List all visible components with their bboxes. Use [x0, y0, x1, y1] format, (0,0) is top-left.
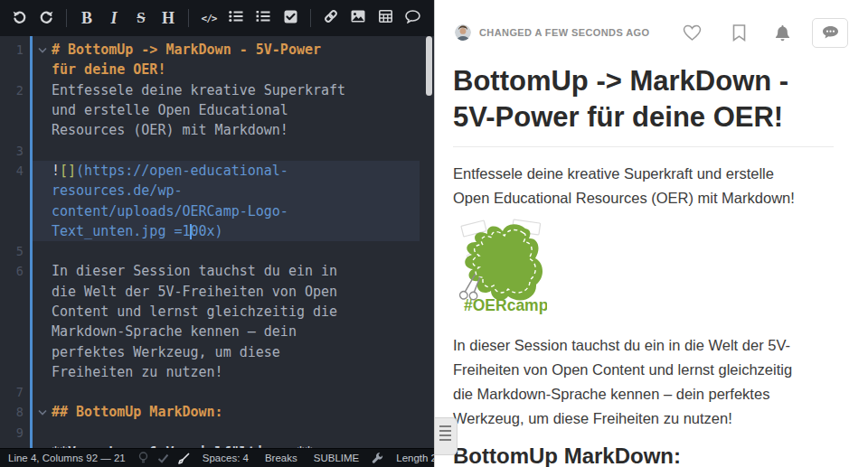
line-content: # BottomUp -> MarkDown - 5V-Power	[30, 40, 420, 60]
check-icon[interactable]	[153, 449, 174, 467]
table-icon	[379, 10, 392, 26]
split-drag-handle[interactable]	[435, 417, 458, 455]
open-comments-button[interactable]	[812, 18, 848, 48]
unordered-list-button[interactable]	[224, 6, 248, 30]
toolbar-divider	[310, 9, 311, 27]
image-button[interactable]	[346, 6, 370, 30]
code-text: für deine OER!	[52, 61, 165, 78]
unordered-list-icon	[229, 10, 243, 26]
status-spaces-4[interactable]: Spaces: 4	[194, 449, 257, 467]
status-line-4-columns-92-21[interactable]: Line 4, Columns 92 — 21	[0, 449, 134, 467]
status-sublime[interactable]: SUBLIME	[306, 449, 368, 467]
ordered-list-button[interactable]	[251, 6, 275, 30]
line-number: 1	[0, 42, 30, 57]
code-editor[interactable]: 1# BottomUp -> MarkDown - 5V-Powerfür de…	[0, 36, 434, 448]
code-line: die Welt der 5V-Freiheiten von Open	[0, 282, 434, 302]
strikethrough-button[interactable]: S	[129, 6, 153, 30]
line-content: Entfessele deine kreative Superkraft	[30, 80, 420, 100]
markdown-editor-app: B I S H </> 1# BottomUp ->	[0, 0, 868, 467]
code-text: Freiheiten zu nutzen!	[52, 364, 223, 380]
lightbulb-icon[interactable]	[134, 449, 153, 467]
code-line: für deine OER!	[0, 60, 434, 79]
editor-scrollbar[interactable]	[426, 36, 432, 96]
heading-button[interactable]: H	[156, 6, 180, 30]
code-line: 10**Verwahren & Vervielfältigen:**	[0, 443, 434, 448]
editor-toolbar: B I S H </>	[0, 0, 434, 36]
active-line: ![](https://open-educational-	[30, 161, 420, 181]
heading-icon: H	[162, 9, 175, 28]
undo-button[interactable]	[7, 6, 31, 30]
notifications-button[interactable]	[775, 24, 790, 42]
brush-icon[interactable]	[174, 449, 194, 467]
check-square-icon	[284, 10, 297, 27]
code-line: Freiheiten zu nutzen!	[0, 362, 434, 382]
line-content: Content und lernst gleichzeitig die	[30, 302, 420, 322]
line-number: 7	[0, 385, 30, 399]
line-content	[30, 140, 420, 160]
line-content	[30, 241, 420, 261]
line-number: 8	[0, 405, 30, 419]
code-line: Text_unten.jpg =100x)	[0, 221, 434, 241]
text-line: In dieser Session tauchst du ein in die …	[453, 333, 834, 358]
code-button[interactable]: </>	[197, 6, 221, 30]
preview-header: CHANGED A FEW SECONDS AGO	[455, 18, 848, 47]
code-text: Entfessele deine kreative Superkraft	[52, 82, 345, 98]
heart-icon	[683, 24, 702, 42]
editor-statusbar: Line 4, Columns 92 — 21Spaces: 4BreaksSU…	[0, 448, 434, 467]
active-line: Text_unten.jpg =100x)	[30, 221, 420, 241]
strikethrough-icon: S	[137, 9, 145, 27]
bookmark-icon	[732, 24, 746, 42]
wrench-icon[interactable]	[367, 449, 388, 467]
status-breaks[interactable]: Breaks	[257, 449, 306, 467]
code-line: 9	[0, 423, 434, 443]
code-text: ## BottomUp MarkDown:	[52, 404, 223, 420]
comment-icon	[405, 10, 420, 27]
code-line: perfektes Werkzeug, um diese	[0, 341, 434, 361]
toolbar-divider	[188, 9, 189, 27]
editor-pane: B I S H </> 1# BottomUp ->	[0, 0, 434, 467]
code-text: die Welt der 5V-Freiheiten von Open	[52, 284, 337, 300]
code-text: Text_unten.jpg =100x)	[52, 223, 223, 239]
fold-chevron-icon[interactable]	[33, 409, 52, 416]
code-content: 1# BottomUp -> MarkDown - 5V-Powerfür de…	[0, 40, 434, 448]
bell-icon	[775, 24, 790, 42]
code-line: 5	[0, 241, 434, 261]
last-changed-text: CHANGED A FEW SECONDS AGO	[479, 27, 649, 38]
user-avatar[interactable]	[455, 24, 471, 41]
intro-paragraph: Entfessele deine kreative Superkraft und…	[453, 162, 834, 210]
code-text: Markdown-Sprache kennen – dein	[52, 323, 297, 340]
line-content: perfektes Werkzeug, um diese	[30, 341, 420, 361]
check-square-button[interactable]	[278, 6, 302, 30]
comment-button[interactable]	[401, 6, 424, 30]
active-line: resources.de/wp-	[30, 181, 420, 201]
like-button[interactable]	[683, 24, 702, 42]
line-number: 5	[0, 244, 30, 258]
bookmark-button[interactable]	[732, 24, 746, 42]
line-content: und erstelle Open Educational	[30, 100, 420, 120]
bold-icon: B	[81, 9, 92, 28]
redo-button[interactable]	[34, 6, 58, 30]
comment-bubble-icon	[822, 25, 839, 40]
code-line: 4![](https://open-educational-	[0, 161, 434, 181]
line-content: In dieser Session tauchst du ein in	[30, 261, 420, 281]
preview-pane: CHANGED A FEW SECONDS AGO BottomUp -> Ma…	[434, 0, 868, 467]
text-line: Freiheiten von Open Content und lernst g…	[453, 358, 834, 382]
line-content: Markdown-Sprache kennen – dein	[30, 322, 420, 341]
bold-button[interactable]: B	[75, 6, 99, 30]
text-line: 5V-Power für deine OER!	[453, 99, 834, 135]
fold-chevron-icon[interactable]	[33, 47, 52, 53]
line-content	[30, 423, 420, 443]
text-line: die Markdown-Sprache kennen – dein perfe…	[453, 382, 834, 406]
line-number: 3	[0, 144, 30, 158]
link-button[interactable]	[319, 6, 343, 30]
line-number: 9	[0, 425, 30, 440]
session-paragraph: In dieser Session tauchst du ein in die …	[453, 333, 834, 431]
italic-button[interactable]: I	[102, 6, 126, 30]
table-button[interactable]	[373, 6, 397, 30]
line-content: Resources (OER) mit Markdown!	[30, 120, 420, 140]
logo-caption: #OERcamp	[464, 296, 547, 314]
line-number: 4	[0, 163, 30, 178]
rendered-document: BottomUp -> MarkDown -5V-Power für deine…	[435, 63, 868, 467]
code-text: Content und lernst gleichzeitig die	[52, 304, 337, 320]
line-number: 2	[0, 83, 30, 98]
